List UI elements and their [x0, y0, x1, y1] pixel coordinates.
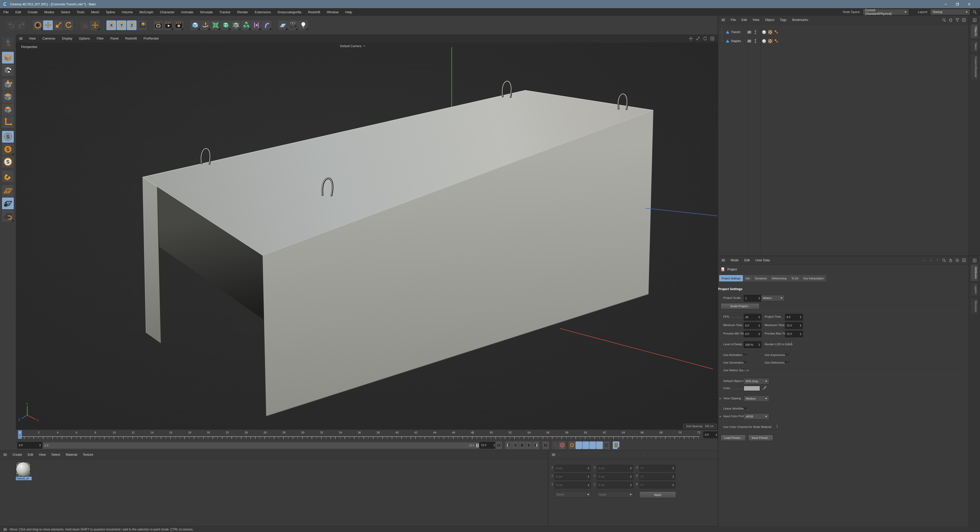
maximize-button[interactable] — [951, 0, 963, 8]
texture-mode-button[interactable] — [2, 64, 14, 76]
last-tool-used-button[interactable]: PSR — [80, 21, 89, 30]
search-icon[interactable] — [972, 10, 977, 14]
object-name[interactable]: Trench — [731, 30, 746, 34]
object-row-trench[interactable]: Trench — [720, 28, 779, 36]
uvw-tag-icon[interactable] — [768, 38, 773, 44]
panel-tab-layers[interactable]: Layers — [971, 283, 978, 296]
redo-button[interactable] — [17, 21, 26, 30]
apply-button[interactable]: Apply — [639, 491, 676, 498]
coordinates-menu-icon[interactable] — [550, 453, 557, 457]
pan-view-icon[interactable] — [689, 36, 693, 41]
viewport-menu-prorender[interactable]: ProRender — [140, 35, 162, 43]
goto-end-button[interactable] — [542, 441, 549, 449]
am-menu-mode[interactable]: Mode — [728, 256, 741, 264]
load-preset-button[interactable]: Load Preset... — [721, 435, 746, 441]
previous-key-button[interactable] — [505, 441, 512, 449]
material-tag-icon[interactable] — [762, 38, 767, 44]
range-start-field[interactable]: 0 F — [18, 442, 42, 449]
move-tool-button[interactable] — [43, 21, 53, 30]
material-menu-material[interactable]: Material — [63, 451, 80, 459]
level-of-detail-field[interactable]: 100 % — [744, 341, 762, 348]
menu-greyscalegorilla[interactable]: Greyscalegorilla — [274, 8, 305, 16]
rotate-tool-button[interactable] — [64, 21, 73, 30]
menu-animate[interactable]: Animate — [178, 8, 197, 16]
add-field-button[interactable] — [251, 21, 261, 30]
object-name[interactable]: Staples — [731, 39, 746, 43]
panel-tab-content-browser[interactable]: Content Browser — [971, 54, 978, 80]
record-position-button[interactable] — [576, 441, 582, 449]
use-generators-checkbox[interactable] — [744, 360, 744, 364]
edge-mode-button[interactable] — [2, 91, 14, 103]
add-panel-icon[interactable] — [972, 18, 977, 22]
material-menu-texture[interactable]: Texture — [80, 451, 96, 459]
record-parameter-button[interactable] — [596, 441, 603, 449]
scale-project-button[interactable]: Scale Project... — [721, 303, 759, 309]
viewport-menu-filter[interactable]: Filter — [94, 35, 107, 43]
color-swatch[interactable] — [744, 386, 760, 391]
path-home-icon[interactable] — [948, 17, 953, 22]
edit-render-settings-button[interactable] — [174, 21, 183, 30]
add-panel-icon[interactable] — [962, 17, 966, 22]
rotate-view-icon[interactable] — [703, 36, 708, 41]
add-floor-button[interactable] — [278, 21, 288, 30]
enable-snap-button[interactable]: S — [2, 131, 14, 143]
visibility-toggle-icon[interactable] — [747, 30, 752, 35]
autokeying-button[interactable] — [559, 441, 566, 449]
add-subdivision-surface-button[interactable] — [210, 21, 220, 30]
panel-tab-structure[interactable]: Structure — [971, 298, 978, 314]
use-motion-system-checkbox[interactable] — [744, 368, 744, 372]
viewport-menu-cameras[interactable]: Cameras — [39, 35, 59, 43]
material-menu-edit[interactable]: Edit — [25, 451, 36, 459]
input-color-profile-select[interactable]: sRGB — [744, 413, 769, 419]
minimize-button[interactable] — [940, 0, 951, 8]
camera-label[interactable]: Default Camera — [340, 44, 366, 48]
record-rotation-button[interactable] — [589, 441, 596, 449]
filter-icon[interactable] — [955, 17, 959, 22]
default-object-color-select[interactable]: 60% Gray — [744, 378, 769, 384]
material-name[interactable]: Trench_m — [16, 476, 32, 480]
scale-tool-button[interactable] — [53, 21, 63, 30]
rotation-b-field[interactable]: 0 ° — [639, 482, 676, 488]
preview-range-slider[interactable]: 0 F 72 F — [42, 442, 481, 449]
next-key-button[interactable] — [533, 441, 539, 449]
material-menu-view[interactable]: View — [36, 451, 48, 459]
menu-simulate[interactable]: Simulate — [197, 8, 216, 16]
tab-to-do[interactable]: To Do — [789, 275, 801, 281]
om-menu-object[interactable]: Object — [762, 16, 777, 24]
rotation-p-field[interactable]: 0 ° — [639, 473, 676, 480]
phong-tag-icon[interactable] — [774, 30, 779, 35]
project-time-field[interactable]: 0 F — [785, 314, 803, 321]
panel-tab-attributes[interactable]: Attributes — [971, 264, 978, 281]
sync-selection-icon[interactable] — [955, 258, 959, 262]
om-menu-bookmarks[interactable]: Bookmarks — [789, 16, 811, 24]
menu-window[interactable]: Window — [324, 8, 342, 16]
viewport-canvas[interactable]: Y X Z Perspective Default Camera Grid Sp… — [16, 43, 718, 429]
axis-modification-tool-button[interactable] — [90, 21, 100, 30]
menu-redshift[interactable]: Redshift — [305, 8, 324, 16]
render-lod-checkbox[interactable] — [791, 342, 792, 346]
record-scale-button[interactable] — [582, 441, 589, 449]
tab-referencing[interactable]: Referencing — [770, 275, 789, 281]
tab-dynamics[interactable]: Dynamics — [752, 275, 770, 281]
size-x-field[interactable]: 0 cm — [597, 465, 633, 472]
workplane-button[interactable] — [2, 185, 14, 197]
menu-render[interactable]: Render — [234, 8, 251, 16]
menu-tracker[interactable]: Tracker — [216, 8, 234, 16]
om-menu-file[interactable]: File — [728, 16, 738, 24]
magnet-tool-button[interactable] — [2, 170, 14, 182]
menu-spline[interactable]: Spline — [103, 8, 118, 16]
visibility-toggle-icon[interactable] — [747, 38, 752, 44]
layout-select[interactable]: Startup — [930, 9, 970, 15]
coordinate-system-button[interactable] — [137, 21, 147, 30]
menu-select[interactable]: Select — [57, 8, 73, 16]
material-menu-create[interactable]: Create — [10, 451, 25, 459]
position-x-field[interactable]: 0 cm — [555, 465, 591, 472]
uvw-tag-icon[interactable] — [768, 30, 773, 35]
viewport-menu-panel[interactable]: Panel — [107, 35, 122, 43]
use-expression-checkbox[interactable] — [786, 353, 786, 356]
project-scale-field[interactable]: 1 — [744, 295, 762, 302]
linear-workflow-checkbox[interactable] — [744, 406, 744, 410]
toggle-layout-icon[interactable] — [710, 36, 714, 41]
tab-key-interpolation[interactable]: Key Interpolation — [801, 275, 826, 281]
search-icon[interactable] — [942, 258, 946, 262]
